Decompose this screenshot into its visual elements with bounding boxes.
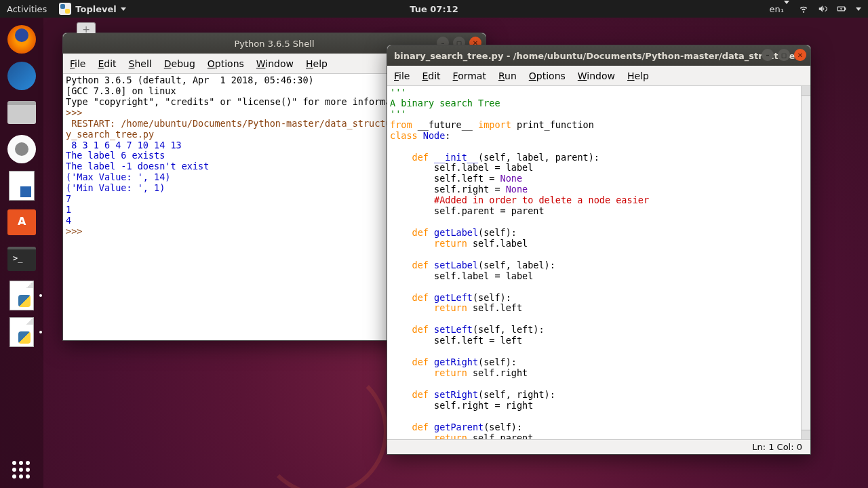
terminal-icon [7, 247, 36, 271]
app-menu[interactable]: Toplevel [59, 3, 125, 15]
dock-writer[interactable] [5, 169, 38, 202]
close-button[interactable]: ✕ [794, 49, 806, 61]
editor-menu-edit[interactable]: Edit [422, 70, 440, 81]
chevron-down-icon [856, 7, 861, 11]
shell-menu-edit[interactable]: Edit [98, 58, 116, 69]
dock-rhythmbox[interactable] [5, 133, 38, 165]
chevron-down-icon [784, 1, 789, 14]
shell-menu-options[interactable]: Options [208, 58, 244, 69]
shell-menu-shell[interactable]: Shell [129, 58, 152, 69]
shell-menu-window[interactable]: Window [256, 58, 294, 69]
shell-menu-debug[interactable]: Debug [164, 58, 195, 69]
show-applications-button[interactable] [12, 461, 30, 479]
maximize-button[interactable]: ◻ [778, 49, 790, 61]
volume-icon [818, 4, 827, 14]
files-icon [7, 101, 36, 124]
minimize-button[interactable]: – [762, 49, 774, 61]
shell-menu-help[interactable]: Help [306, 58, 328, 69]
battery-icon [837, 4, 846, 14]
cursor-position: Ln: 1 Col: 0 [752, 442, 802, 452]
shell-menu-file[interactable]: File [70, 58, 85, 69]
editor-statusbar: Ln: 1 Col: 0 [387, 439, 810, 454]
rhythmbox-icon [7, 135, 36, 163]
editor-menu-window[interactable]: Window [578, 70, 615, 81]
editor-code-area[interactable]: '''A binary search Tree'''from __future_… [387, 86, 810, 439]
firefox-icon [7, 25, 36, 54]
editor-menubar: FileEditFormatRunOptionsWindowHelp [387, 66, 810, 86]
wifi-icon [799, 4, 808, 14]
python-file-icon [9, 281, 34, 310]
ubuntu-software-icon [7, 209, 36, 235]
dock-software[interactable] [5, 206, 38, 239]
status-area[interactable]: en₁ [770, 4, 861, 14]
editor-menu-options[interactable]: Options [529, 70, 566, 81]
libreoffice-writer-icon [9, 171, 35, 201]
gnome-topbar: Activities Toplevel Tue 07:12 en₁ [0, 0, 868, 18]
input-source-indicator[interactable]: en₁ [770, 4, 789, 14]
python-file-icon [9, 317, 34, 347]
dock-idle-shell[interactable] [5, 279, 38, 312]
editor-titlebar[interactable]: binary_search_tree.py - /home/ubuntu/Doc… [387, 45, 810, 66]
editor-menu-help[interactable]: Help [627, 70, 649, 81]
editor-menu-file[interactable]: File [394, 70, 410, 81]
app-menu-label: Toplevel [75, 4, 116, 14]
editor-window: binary_search_tree.py - /home/ubuntu/Doc… [387, 45, 811, 455]
dock-terminal[interactable] [5, 243, 38, 275]
dock-idle-editor[interactable] [5, 316, 38, 348]
activities-button[interactable]: Activities [7, 4, 47, 14]
editor-menu-format[interactable]: Format [453, 70, 486, 81]
window-title: binary_search_tree.py - /home/ubuntu/Doc… [394, 51, 805, 61]
dock-thunderbird[interactable] [5, 60, 38, 92]
dock-files[interactable] [5, 96, 38, 129]
thunderbird-icon [7, 62, 36, 90]
editor-menu-run[interactable]: Run [498, 70, 517, 81]
svg-rect-1 [845, 8, 846, 9]
window-title: Python 3.6.5 Shell [234, 39, 314, 49]
clock[interactable]: Tue 07:12 [410, 4, 458, 14]
chevron-down-icon [121, 7, 126, 11]
python-icon [59, 3, 71, 15]
dock-firefox[interactable] [5, 23, 38, 56]
ubuntu-dock [0, 18, 43, 488]
vertical-scrollbar[interactable] [801, 86, 810, 439]
